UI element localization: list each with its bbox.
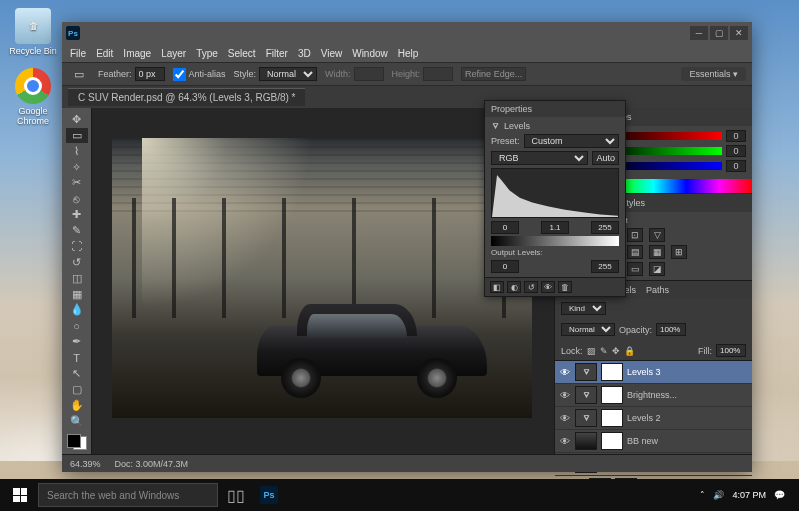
menu-view[interactable]: View <box>321 48 343 59</box>
gradient-tool-icon[interactable]: ▦ <box>66 287 88 302</box>
marquee-tool-icon[interactable]: ▭ <box>66 128 88 143</box>
layer-kind-filter[interactable]: Kind <box>561 302 606 315</box>
layer-visibility-icon[interactable]: 👁 <box>559 389 571 401</box>
lock-move-icon[interactable]: ✥ <box>612 346 620 356</box>
layer-row[interactable]: 👁⛛Brightness... <box>555 384 752 407</box>
start-button[interactable] <box>6 481 34 509</box>
system-tray[interactable]: ˄ 🔊 4:07 PM 💬 <box>700 490 793 500</box>
adj-lookup-icon[interactable]: ⊞ <box>671 245 687 259</box>
path-tool-icon[interactable]: ↖ <box>66 366 88 381</box>
google-chrome-icon[interactable]: Google Chrome <box>8 68 58 126</box>
style-select[interactable]: Normal <box>259 67 317 81</box>
titlebar[interactable]: Ps ─ ▢ ✕ <box>62 22 752 44</box>
color-swatch-tool[interactable] <box>67 434 87 451</box>
menu-window[interactable]: Window <box>352 48 388 59</box>
layer-row[interactable]: 👁⛛Levels 3 <box>555 361 752 384</box>
opacity-input[interactable] <box>656 323 686 336</box>
tool-preset-icon[interactable]: ▭ <box>68 65 90 83</box>
maximize-button[interactable]: ▢ <box>710 26 728 40</box>
menu-file[interactable]: File <box>70 48 86 59</box>
workspace-switcher[interactable]: Essentials ▾ <box>681 67 746 81</box>
auto-button[interactable]: Auto <box>592 151 619 165</box>
tray-notifications-icon[interactable]: 💬 <box>774 490 785 500</box>
zoom-readout[interactable]: 64.39% <box>70 459 101 469</box>
b-value[interactable]: 0 <box>726 160 746 172</box>
adj-photo-icon[interactable]: ▤ <box>627 245 643 259</box>
adj-vibrance-icon[interactable]: ▽ <box>649 228 665 242</box>
lock-transparent-icon[interactable]: ▨ <box>587 346 596 356</box>
stamp-tool-icon[interactable]: ⛶ <box>66 239 88 254</box>
document-tab[interactable]: C SUV Render.psd @ 64.3% (Levels 3, RGB/… <box>68 88 305 106</box>
tray-volume-icon[interactable]: 🔊 <box>713 490 724 500</box>
adj-mixer-icon[interactable]: ▦ <box>649 245 665 259</box>
input-gamma[interactable] <box>541 221 569 234</box>
channel-select[interactable]: RGB <box>491 151 588 165</box>
output-black[interactable] <box>491 260 519 273</box>
move-tool-icon[interactable]: ✥ <box>66 112 88 127</box>
toolbox: ✥ ▭ ⌇ ✧ ✂ ⎋ ✚ ✎ ⛶ ↺ ◫ ▦ 💧 ○ ✒ T ↖ ▢ ✋ 🔍 <box>62 108 92 454</box>
adj-exposure-icon[interactable]: ⊡ <box>627 228 643 242</box>
previous-icon[interactable]: ◐ <box>507 281 521 293</box>
taskbar-photoshop-icon[interactable]: Ps <box>254 481 290 509</box>
eraser-tool-icon[interactable]: ◫ <box>66 271 88 286</box>
lock-all-icon[interactable]: 🔒 <box>624 346 635 356</box>
minimize-button[interactable]: ─ <box>690 26 708 40</box>
blur-tool-icon[interactable]: 💧 <box>66 303 88 318</box>
menu-type[interactable]: Type <box>196 48 218 59</box>
brush-tool-icon[interactable]: ✎ <box>66 223 88 238</box>
doc-info[interactable]: Doc: 3.00M/47.3M <box>115 459 189 469</box>
menu-help[interactable]: Help <box>398 48 419 59</box>
fill-input[interactable] <box>716 344 746 357</box>
eyedropper-tool-icon[interactable]: ⎋ <box>66 191 88 206</box>
visibility-icon[interactable]: 👁 <box>541 281 555 293</box>
menu-edit[interactable]: Edit <box>96 48 113 59</box>
layer-visibility-icon[interactable]: 👁 <box>559 412 571 424</box>
menu-layer[interactable]: Layer <box>161 48 186 59</box>
shape-tool-icon[interactable]: ▢ <box>66 382 88 397</box>
pen-tool-icon[interactable]: ✒ <box>66 334 88 349</box>
histogram[interactable] <box>491 168 619 218</box>
feather-input[interactable] <box>135 67 165 81</box>
task-view-icon[interactable]: ▯▯ <box>218 481 254 509</box>
history-brush-tool-icon[interactable]: ↺ <box>66 255 88 270</box>
antialias-checkbox[interactable]: Anti-alias <box>173 68 226 81</box>
healing-tool-icon[interactable]: ✚ <box>66 207 88 222</box>
output-white[interactable] <box>591 260 619 273</box>
zoom-tool-icon[interactable]: 🔍 <box>66 414 88 429</box>
r-value[interactable]: 0 <box>726 130 746 142</box>
lasso-tool-icon[interactable]: ⌇ <box>66 144 88 159</box>
adj-select-icon[interactable]: ◪ <box>649 262 665 276</box>
lock-paint-icon[interactable]: ✎ <box>600 346 608 356</box>
close-button[interactable]: ✕ <box>730 26 748 40</box>
adj-gradmap-icon[interactable]: ▭ <box>627 262 643 276</box>
layer-visibility-icon[interactable]: 👁 <box>559 435 571 447</box>
taskbar-search[interactable]: Search the web and Windows <box>38 483 218 507</box>
wand-tool-icon[interactable]: ✧ <box>66 160 88 175</box>
layer-visibility-icon[interactable]: 👁 <box>559 366 571 378</box>
menu-image[interactable]: Image <box>123 48 151 59</box>
document-canvas[interactable] <box>112 138 532 418</box>
layer-row[interactable]: 👁⛛Levels 2 <box>555 407 752 430</box>
hand-tool-icon[interactable]: ✋ <box>66 398 88 413</box>
input-white[interactable] <box>591 221 619 234</box>
dodge-tool-icon[interactable]: ○ <box>66 318 88 333</box>
output-gradient[interactable] <box>491 236 619 246</box>
tab-paths[interactable]: Paths <box>646 285 669 295</box>
tray-up-icon[interactable]: ˄ <box>700 490 705 500</box>
menu-3d[interactable]: 3D <box>298 48 311 59</box>
properties-panel-header[interactable]: Properties <box>485 101 625 117</box>
clip-icon[interactable]: ◧ <box>490 281 504 293</box>
crop-tool-icon[interactable]: ✂ <box>66 176 88 191</box>
delete-icon[interactable]: 🗑 <box>558 281 572 293</box>
input-black[interactable] <box>491 221 519 234</box>
reset-icon[interactable]: ↺ <box>524 281 538 293</box>
type-tool-icon[interactable]: T <box>66 350 88 365</box>
blend-mode-select[interactable]: Normal <box>561 323 615 336</box>
menu-filter[interactable]: Filter <box>266 48 288 59</box>
layer-row[interactable]: 👁BB new <box>555 430 752 453</box>
preset-select[interactable]: Custom <box>524 134 619 148</box>
menu-select[interactable]: Select <box>228 48 256 59</box>
tray-clock[interactable]: 4:07 PM <box>732 490 766 500</box>
g-value[interactable]: 0 <box>726 145 746 157</box>
recycle-bin-icon[interactable]: 🗑 Recycle Bin <box>8 8 58 56</box>
